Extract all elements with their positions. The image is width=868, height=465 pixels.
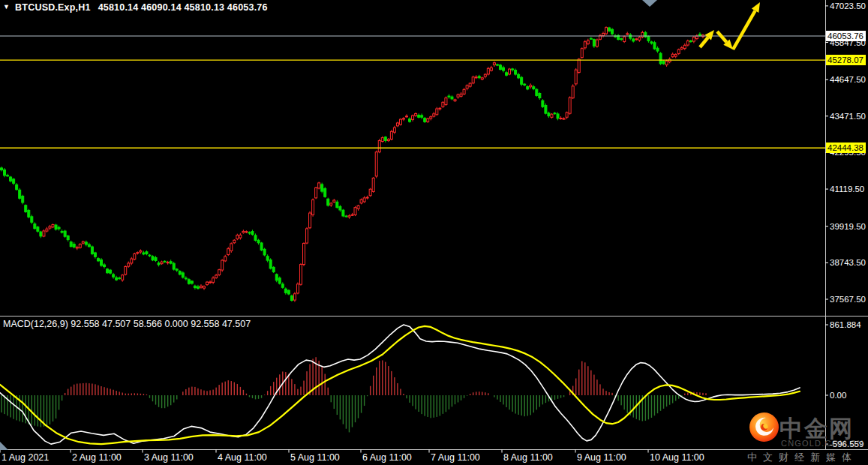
time-tick-label: 2 Aug 11:00 — [72, 452, 122, 463]
trading-chart-window: ▼BTCUSD.Exp,H145810.14 46090.14 45810.13… — [0, 0, 868, 465]
symbol-header: ▼BTCUSD.Exp,H145810.14 46090.14 45810.13… — [3, 2, 268, 13]
price-axis[interactable]: 47023.5045847.5044647.5043471.5042295.50… — [826, 0, 868, 450]
time-tick-label: 3 Aug 11:00 — [144, 452, 194, 463]
chart-canvas[interactable] — [0, 0, 868, 465]
price-tick-label: 43471.50 — [830, 112, 866, 121]
macd-tick-label: -596.559 — [830, 440, 863, 448]
time-tick-label: 6 Aug 11:00 — [362, 452, 412, 463]
current-price-badge: 46053.76 — [826, 31, 866, 41]
price-tick-label: 44647.50 — [830, 75, 866, 84]
symbol-title: BTCUSD.Exp,H1 — [15, 2, 91, 13]
price-tick-label: 47023.50 — [830, 2, 866, 10]
ohlc-values: 45810.14 46090.14 45810.13 46053.76 — [98, 2, 268, 13]
macd-tick-label: 861.884 — [830, 320, 861, 329]
time-tick-label: 7 Aug 11:00 — [431, 452, 480, 463]
price-tick-label: 38743.50 — [830, 258, 866, 267]
time-tick-label: 9 Aug 11:00 — [577, 452, 626, 463]
level-price-badge: 42444.38 — [826, 142, 866, 153]
time-axis[interactable]: 1 Aug 20212 Aug 11:003 Aug 11:004 Aug 11… — [0, 452, 868, 465]
price-tick-label: 39919.50 — [830, 222, 866, 231]
level-price-badge: 45278.07 — [826, 55, 866, 65]
macd-tick-label: 0.00 — [830, 391, 846, 400]
time-tick-label: 8 Aug 11:00 — [503, 452, 553, 463]
symbol-dropdown-icon[interactable]: ▼ — [3, 3, 10, 10]
time-tick-label: 4 Aug 11:00 — [218, 452, 267, 463]
macd-indicator-label: MACD(12,26,9) 92.558 47.507 58.566 0.000… — [3, 319, 251, 329]
price-tick-label: 37567.50 — [830, 295, 866, 304]
time-tick-label: 10 Aug 11:00 — [650, 452, 704, 463]
time-tick-label: 1 Aug 2021 — [2, 452, 49, 463]
cngold-logo-icon — [749, 412, 779, 442]
price-tick-label: 41119.50 — [830, 184, 864, 194]
time-tick-label: 5 Aug 11:00 — [290, 452, 340, 463]
